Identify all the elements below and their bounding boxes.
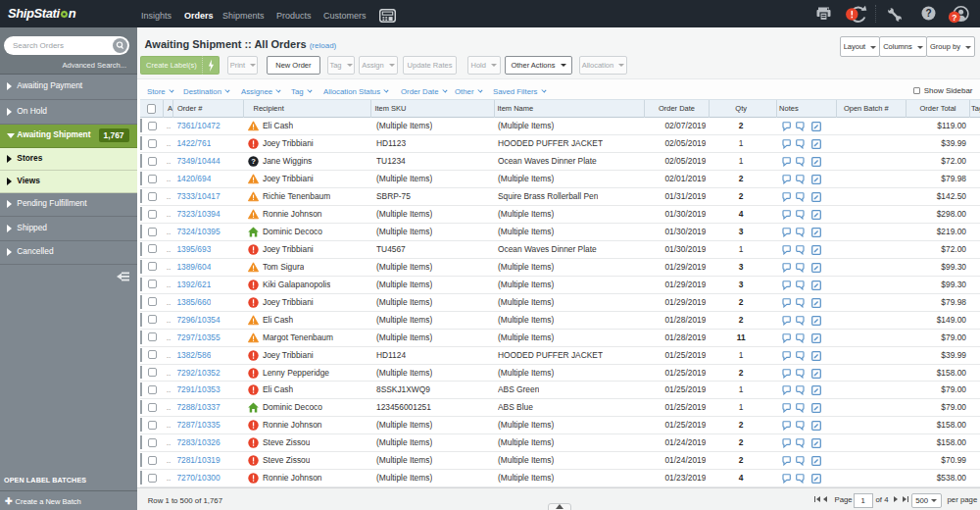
svg-text:?: ?: [251, 157, 256, 166]
svg-text:?: ?: [925, 8, 931, 19]
svg-text:?: ?: [952, 13, 956, 23]
